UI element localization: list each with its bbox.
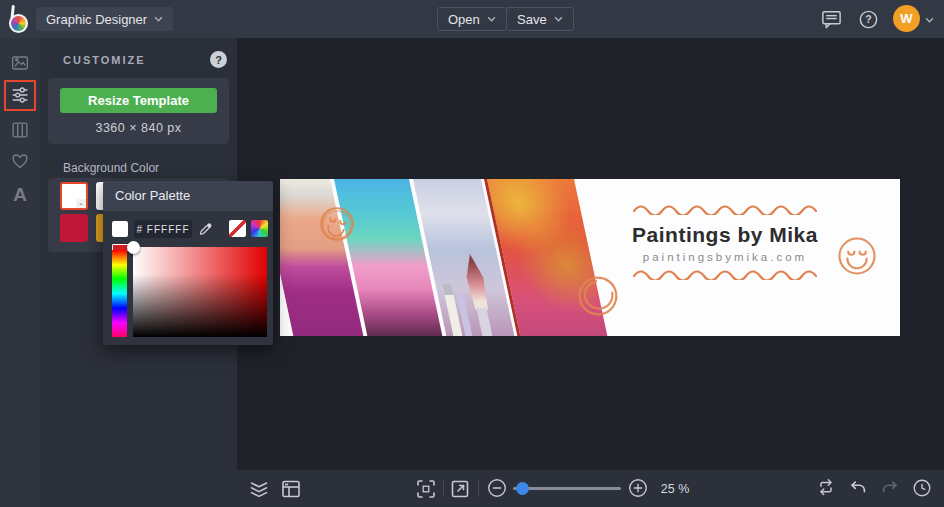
zoom-out-button[interactable] <box>486 477 510 501</box>
bottom-toolbar: 25 % <box>237 470 944 507</box>
panel-title: CUSTOMIZE <box>63 54 146 66</box>
toolbar-divider <box>443 480 444 497</box>
layers-icon[interactable] <box>247 477 271 501</box>
color-picker-handle[interactable] <box>127 241 140 254</box>
tab-templates[interactable] <box>9 119 31 141</box>
app-menu-button[interactable]: Graphic Designer <box>36 7 173 31</box>
feedback-chat-icon[interactable] <box>820 8 843 31</box>
compare-icon[interactable] <box>815 477 839 501</box>
tab-text[interactable]: A <box>9 184 31 206</box>
history-clock-icon[interactable] <box>911 477 935 501</box>
chevron-down-icon <box>154 16 163 22</box>
no-color-button[interactable] <box>229 220 246 237</box>
banner-website: paintingsbymika.com <box>620 251 830 263</box>
help-icon[interactable]: ? <box>857 8 880 31</box>
circle-scribble-doodle-icon <box>573 271 624 322</box>
template-dimensions: 3360 × 840 px <box>48 121 229 135</box>
paintbrush-handle <box>476 308 492 336</box>
resize-template-button[interactable]: Resize Template <box>60 88 217 113</box>
canvas-workspace[interactable]: Paintings by Mika paintingsbymika.com <box>237 38 944 470</box>
logo-color-wheel <box>9 14 28 33</box>
zoom-slider-handle[interactable] <box>516 482 529 495</box>
swatch-dropdown-indicator[interactable]: ⌄ <box>76 199 86 208</box>
template-layout-icon[interactable] <box>279 477 303 501</box>
tab-favorites[interactable] <box>9 150 31 172</box>
svg-text:?: ? <box>865 13 871 25</box>
wavy-divider <box>633 205 817 215</box>
background-color-label: Background Color <box>63 161 159 175</box>
banner-title: Paintings by Mika <box>620 223 830 247</box>
tab-customize[interactable] <box>9 84 31 106</box>
zoom-level-value: 25 % <box>653 482 697 496</box>
panel-help-icon[interactable]: ? <box>210 51 227 68</box>
chevron-down-icon <box>554 16 563 22</box>
open-button[interactable]: Open <box>437 7 507 31</box>
popup-title: Color Palette <box>103 181 273 211</box>
redo-button[interactable] <box>879 477 903 501</box>
saturation-value-picker[interactable] <box>133 247 267 337</box>
fit-to-screen-icon[interactable] <box>414 477 438 501</box>
open-fullview-icon[interactable] <box>448 477 472 501</box>
zoom-in-button[interactable] <box>627 477 651 501</box>
user-avatar[interactable]: W <box>893 5 920 32</box>
save-label: Save <box>517 12 547 27</box>
design-banner[interactable]: Paintings by Mika paintingsbymika.com <box>280 179 900 336</box>
current-color-chip[interactable] <box>112 221 128 237</box>
color-palette-popup: Color Palette <box>103 181 273 345</box>
top-bar: Graphic Designer Open Save ? W <box>0 0 944 38</box>
account-chevron-down-icon[interactable] <box>925 17 934 23</box>
color-swatch-white-selected[interactable]: ⌄ <box>60 182 88 210</box>
resize-card: Resize Template 3360 × 840 px <box>48 78 229 144</box>
smiley-icon <box>836 235 878 277</box>
zoom-slider-track[interactable] <box>513 487 621 490</box>
rainbow-palette-button[interactable] <box>251 220 268 237</box>
open-label: Open <box>448 12 480 27</box>
befunky-logo-icon[interactable] <box>9 5 35 33</box>
save-button[interactable]: Save <box>506 7 574 31</box>
tool-rail: A <box>0 38 40 507</box>
eyedropper-icon[interactable] <box>198 221 214 237</box>
wavy-divider <box>633 270 817 280</box>
popup-body <box>103 211 273 345</box>
undo-button[interactable] <box>847 477 871 501</box>
app-menu-label: Graphic Designer <box>46 12 147 27</box>
color-swatch-crimson[interactable] <box>60 214 88 242</box>
tab-image-manager[interactable] <box>9 52 31 74</box>
banner-text-block: Paintings by Mika paintingsbymika.com <box>620 205 830 280</box>
hue-strip-slider[interactable] <box>112 250 127 337</box>
chevron-down-icon <box>487 16 496 22</box>
toolbar-divider <box>478 480 479 497</box>
hex-color-input[interactable] <box>134 220 192 238</box>
